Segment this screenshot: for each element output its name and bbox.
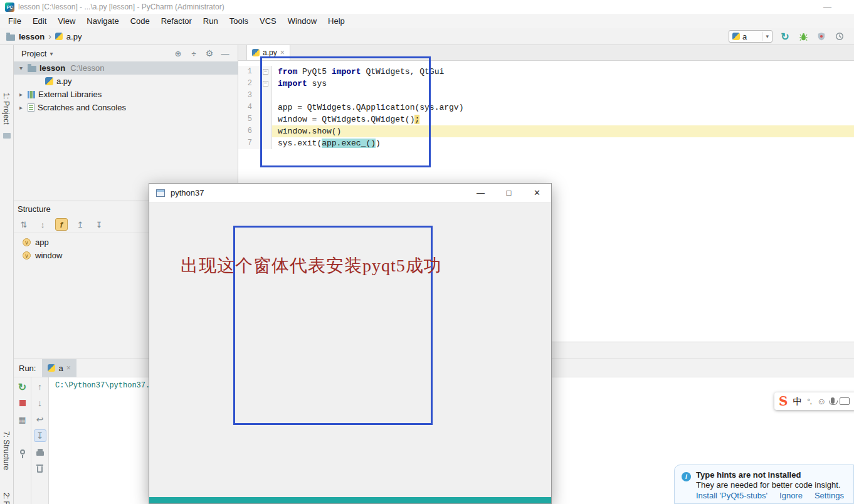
sogou-logo-icon[interactable]: S (779, 395, 788, 407)
menu-refactor[interactable]: Refactor (156, 14, 198, 28)
hide-panel-icon[interactable] (219, 49, 231, 58)
pycharm-logo-icon: PC (5, 3, 14, 12)
code-line-3[interactable]: 3 (238, 90, 854, 102)
menu-vcs[interactable]: VCS (254, 14, 282, 28)
maximize-button[interactable]: □ (495, 184, 523, 202)
chevron-right-icon[interactable] (18, 104, 24, 111)
gear-icon[interactable] (203, 48, 216, 58)
menu-code[interactable]: Code (125, 14, 156, 28)
menu-navigate[interactable]: Navigate (81, 14, 124, 28)
collapse-all-icon[interactable] (187, 49, 200, 58)
stripe-favorites-button[interactable]: 2: Favorites (2, 493, 11, 504)
pyqt-title-bar[interactable]: python37 — □ ✕ (149, 184, 551, 202)
printer-shape (36, 451, 44, 456)
emoji-icon[interactable] (817, 396, 826, 406)
menu-edit[interactable]: Edit (27, 14, 52, 28)
menu-window[interactable]: Window (282, 14, 322, 28)
close-tab-icon[interactable]: × (66, 364, 71, 372)
pyqt-window: python37 — □ ✕ 出现这个窗体代表安装pyqt5成功 (149, 183, 552, 504)
run-configuration-select[interactable]: a ▾ (729, 30, 772, 43)
minimize-button[interactable]: — (467, 184, 495, 202)
pin-tab-icon[interactable] (16, 446, 29, 458)
keyboard-icon[interactable] (840, 397, 850, 405)
project-folder-icon (6, 34, 15, 41)
code-line-7[interactable]: 7 sys.exit(app.exec_()) (238, 137, 854, 149)
gutter: 3 (238, 90, 272, 102)
menu-view[interactable]: View (52, 14, 81, 28)
trash-shape (37, 466, 43, 473)
breadcrumb-separator-icon (48, 31, 51, 41)
code-line-4[interactable]: 4 app = QtWidgets.QApplication(sys.argv) (238, 102, 854, 113)
tree-row-scratches[interactable]: Scratches and Consoles (14, 101, 238, 114)
rerun-icon[interactable] (16, 381, 29, 393)
sort-alphabetically-icon[interactable] (18, 218, 30, 231)
run-toolbar: a ▾ (729, 30, 848, 43)
stripe-folder-icon[interactable] (3, 133, 11, 139)
ime-punctuation-icon[interactable]: °, (807, 397, 811, 405)
code-line-5[interactable]: 5 window = QtWidgets.QWidget(); (238, 113, 854, 125)
show-fields-toggle[interactable]: f (55, 218, 68, 231)
code-line-1[interactable]: 1 from PyQt5 import QtWidgets, QtGui (238, 66, 854, 78)
down-stack-trace-icon[interactable] (34, 397, 46, 409)
chevron-right-icon[interactable] (18, 91, 24, 98)
settings-link[interactable]: Settings (814, 491, 844, 500)
editor-tab-apy[interactable]: a.py × (246, 45, 290, 60)
fold-marker-icon[interactable] (263, 81, 268, 87)
menu-bar: File Edit View Navigate Code Refactor Ru… (0, 14, 854, 28)
ignore-link[interactable]: Ignore (779, 491, 803, 500)
stripe-structure-button[interactable]: 7: Structure (2, 431, 11, 470)
bug-icon (799, 32, 808, 41)
breadcrumb-file[interactable]: a.py (66, 32, 82, 41)
run-tab-label: a (58, 364, 63, 373)
sort-by-visibility-icon[interactable] (36, 218, 49, 231)
line-number: 3 (238, 90, 252, 102)
tree-row-project-root[interactable]: lesson C:\lesson (14, 61, 238, 75)
code-text (272, 90, 854, 102)
scroll-to-end-icon[interactable] (34, 429, 46, 442)
clear-all-icon[interactable] (34, 462, 46, 475)
microphone-icon[interactable] (831, 397, 835, 404)
menu-help[interactable]: Help (322, 14, 351, 28)
run-tab-a[interactable]: a × (42, 359, 76, 377)
ime-language-mode[interactable]: 中 (793, 396, 802, 407)
close-button[interactable]: ✕ (523, 184, 551, 202)
menu-file[interactable]: File (3, 14, 27, 28)
chevron-down-icon[interactable] (18, 65, 24, 71)
code-line-2[interactable]: 2 import sys (238, 78, 854, 90)
minimize-window-button[interactable]: — (823, 3, 831, 12)
expand-all-icon[interactable] (74, 218, 87, 231)
fold-marker-icon[interactable] (263, 69, 268, 75)
project-root-folder-icon (28, 66, 36, 72)
pin-shape (20, 449, 25, 454)
breadcrumb-project[interactable]: lesson (19, 32, 45, 41)
project-panel-title[interactable]: Project (21, 49, 46, 58)
code-area[interactable]: 1 from PyQt5 import QtWidgets, QtGui 2 i… (238, 61, 854, 149)
soft-wrap-icon[interactable] (34, 413, 46, 426)
line-number: 1 (238, 66, 252, 78)
restore-layout-icon[interactable] (16, 413, 29, 426)
debug-button[interactable] (798, 31, 809, 42)
code-line-6[interactable]: 6 window.show() (238, 125, 854, 137)
tree-row-external-libraries[interactable]: External Libraries (14, 88, 238, 101)
stripe-project-button[interactable]: 1: Project (2, 93, 11, 125)
weak-warning-token: ; (414, 115, 419, 124)
window-title: lesson [C:\lesson] - ...\a.py [lesson] -… (18, 3, 820, 11)
tree-row-file-apy[interactable]: a.py (14, 75, 238, 88)
up-stack-trace-icon[interactable] (34, 381, 46, 393)
editor-tab-bar: a.py × (238, 45, 854, 61)
stop-icon[interactable] (16, 397, 29, 409)
run-with-coverage-button[interactable] (816, 31, 827, 42)
locate-file-icon[interactable] (172, 49, 184, 58)
menu-tools[interactable]: Tools (224, 14, 254, 28)
chevron-down-icon[interactable]: ▾ (762, 32, 772, 41)
profiler-button[interactable] (834, 31, 845, 42)
project-tree: lesson C:\lesson a.py External Libraries… (14, 61, 238, 114)
python-file-icon (55, 33, 63, 40)
close-tab-icon[interactable]: × (280, 48, 285, 57)
print-icon[interactable] (34, 446, 46, 458)
chevron-down-icon[interactable] (50, 50, 53, 57)
install-stubs-link[interactable]: Install 'PyQt5-stubs' (696, 491, 767, 500)
rerun-button[interactable] (779, 31, 791, 42)
collapse-all-icon[interactable] (93, 218, 105, 231)
menu-run[interactable]: Run (198, 14, 224, 28)
